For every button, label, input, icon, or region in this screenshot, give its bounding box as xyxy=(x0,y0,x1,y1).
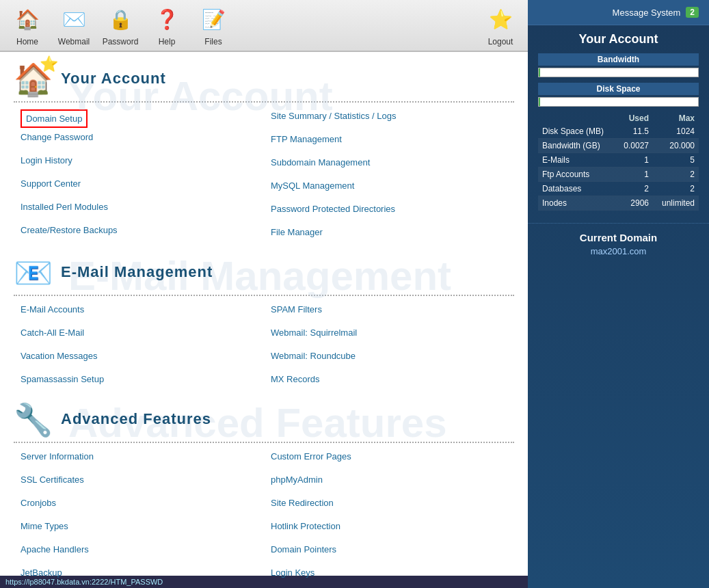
logout-label: Logout xyxy=(488,37,513,46)
stats-row: Disk Space (MB)11.51024 xyxy=(538,124,699,139)
stats-col-used: Used xyxy=(616,112,653,124)
home-nav-item[interactable]: 🏠 Home xyxy=(7,4,48,46)
stats-table: Used Max Disk Space (MB)11.51024Bandwidt… xyxy=(538,112,699,211)
files-icon: 📝 xyxy=(198,4,228,34)
cronjobs-link[interactable]: Cronjobs xyxy=(21,496,257,509)
mysql-management-link[interactable]: MySQL Management xyxy=(271,179,507,192)
vacation-messages-link[interactable]: Vacation Messages xyxy=(21,349,257,362)
installed-perl-link[interactable]: Installed Perl Modules xyxy=(21,200,257,213)
email-management-section: E-Mail Management 📧 E-Mail Management E-… xyxy=(14,252,514,386)
bandwidth-label: Bandwidth xyxy=(538,53,699,66)
advanced-section-header: 🔧 Advanced Features xyxy=(14,399,514,439)
bandwidth-progress-bar xyxy=(538,68,699,77)
advanced-divider xyxy=(14,442,514,443)
webmail-label: Webmail xyxy=(58,37,90,46)
file-manager-link[interactable]: File Manager xyxy=(271,226,507,239)
mx-records-link[interactable]: MX Records xyxy=(271,373,507,386)
stats-row: E-Mails15 xyxy=(538,153,699,168)
bandwidth-fill xyxy=(539,68,540,77)
top-navigation: 🏠 Home ✉️ Webmail 🔒 Password ❓ Help 📝 Fi… xyxy=(0,0,528,52)
help-nav-item[interactable]: ❓ Help xyxy=(146,4,187,46)
right-account-panel: Your Account Bandwidth Disk Space Used M… xyxy=(528,25,709,217)
ftp-management-link[interactable]: FTP Management xyxy=(271,133,507,146)
stats-row: Inodes2906unlimited xyxy=(538,196,699,211)
files-label: Files xyxy=(204,37,222,46)
message-system-label: Message System xyxy=(613,8,681,18)
your-account-links: Domain Setup Change Password Login Histo… xyxy=(14,109,514,239)
help-icon: ❓ xyxy=(152,4,182,34)
password-protected-link[interactable]: Password Protected Directories xyxy=(271,202,507,215)
files-nav-item[interactable]: 📝 Files xyxy=(193,4,234,46)
stats-row: Bandwidth (GB)0.002720.000 xyxy=(538,139,699,153)
advanced-section-title: Advanced Features xyxy=(61,410,211,428)
advanced-icon: 🔧 xyxy=(14,399,53,439)
site-summary-link[interactable]: Site Summary / Statistics / Logs xyxy=(271,109,507,122)
password-icon: 🔒 xyxy=(105,4,135,34)
hotlink-protection-link[interactable]: Hotlink Protection xyxy=(271,520,507,533)
help-label: Help xyxy=(159,37,176,46)
server-info-link[interactable]: Server Information xyxy=(21,450,257,463)
email-section-title: E-Mail Management xyxy=(61,263,213,281)
diskspace-fill xyxy=(539,98,540,106)
your-account-section: Your Account 🏠⭐ Your Account Domain Setu… xyxy=(14,59,514,239)
spamassassin-link[interactable]: Spamassassin Setup xyxy=(21,373,257,386)
apache-handlers-link[interactable]: Apache Handlers xyxy=(21,543,257,556)
advanced-links: Server Information SSL Certificates Cron… xyxy=(14,450,514,588)
diskspace-progress-bar xyxy=(538,97,699,107)
create-restore-link[interactable]: Create/Restore Backups xyxy=(21,224,257,237)
logout-nav-item[interactable]: ⭐ Logout xyxy=(480,4,521,46)
login-keys-link[interactable]: Login Keys xyxy=(271,566,507,579)
right-account-title: Your Account xyxy=(538,32,699,46)
login-history-link[interactable]: Login History xyxy=(21,154,257,167)
stats-row: Databases22 xyxy=(538,182,699,196)
roundcube-link[interactable]: Webmail: Roundcube xyxy=(271,349,507,362)
your-account-title: Your Account xyxy=(61,70,166,88)
logout-icon: ⭐ xyxy=(485,4,516,34)
diskspace-label: Disk Space xyxy=(538,83,699,95)
site-redirection-link[interactable]: Site Redirection xyxy=(271,496,507,509)
webmail-nav-item[interactable]: ✉️ Webmail xyxy=(53,4,94,46)
message-count-badge: 2 xyxy=(686,7,699,18)
right-panel: Message System 2 Your Account Bandwidth … xyxy=(528,0,709,588)
domain-setup-link[interactable]: Domain Setup xyxy=(26,112,82,125)
change-password-link[interactable]: Change Password xyxy=(21,131,257,144)
your-account-divider xyxy=(14,101,514,103)
ssl-certificates-link[interactable]: SSL Certificates xyxy=(21,473,257,486)
subdomain-management-link[interactable]: Subdomain Management xyxy=(271,156,507,169)
email-icon: 📧 xyxy=(14,252,53,292)
jetbackup-link[interactable]: JetBackup xyxy=(21,566,257,579)
email-divider xyxy=(14,295,514,296)
stats-col-max: Max xyxy=(653,112,699,124)
support-center-link[interactable]: Support Center xyxy=(21,177,257,190)
stats-col-name xyxy=(538,112,616,124)
spam-filters-link[interactable]: SPAM Filters xyxy=(271,303,507,316)
your-account-header: 🏠⭐ Your Account xyxy=(14,59,514,98)
stats-row: Ftp Accounts12 xyxy=(538,168,699,182)
message-system-bar: Message System 2 xyxy=(528,0,709,25)
domain-name: max2001.com xyxy=(538,246,699,256)
current-domain-section: Current Domain max2001.com xyxy=(528,223,709,265)
password-nav-item[interactable]: 🔒 Password xyxy=(100,4,141,46)
webmail-icon: ✉️ xyxy=(59,4,89,34)
email-links: E-Mail Accounts Catch-All E-Mail Vacatio… xyxy=(14,303,514,386)
phpmyadmin-link[interactable]: phpMyAdmin xyxy=(271,473,507,486)
mime-types-link[interactable]: Mime Types xyxy=(21,520,257,533)
current-domain-label: Current Domain xyxy=(538,232,699,243)
home-label: Home xyxy=(16,37,38,46)
advanced-features-section: Advanced Features 🔧 Advanced Features Se… xyxy=(14,399,514,588)
domain-pointers-link[interactable]: Domain Pointers xyxy=(271,543,507,556)
email-accounts-link[interactable]: E-Mail Accounts xyxy=(21,303,257,316)
email-section-header: 📧 E-Mail Management xyxy=(14,252,514,292)
your-account-icon: 🏠⭐ xyxy=(14,59,53,98)
squirrelmail-link[interactable]: Webmail: Squirrelmail xyxy=(271,326,507,339)
custom-error-link[interactable]: Custom Error Pages xyxy=(271,450,507,463)
password-label: Password xyxy=(103,37,139,46)
catch-all-link[interactable]: Catch-All E-Mail xyxy=(21,326,257,339)
home-icon: 🏠 xyxy=(12,4,42,34)
